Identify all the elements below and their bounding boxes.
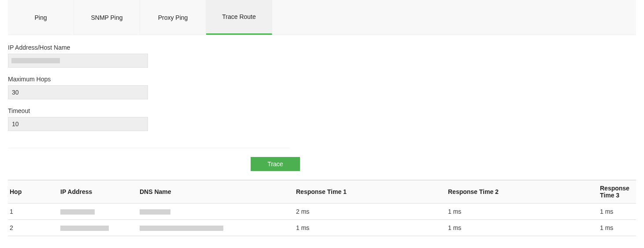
tab-trace-route[interactable]: Trace Route (206, 0, 272, 35)
col-header-ip: IP Address (59, 180, 138, 204)
tab-ping[interactable]: Ping (8, 0, 74, 35)
trace-button[interactable]: Trace (251, 157, 300, 171)
max-hops-input[interactable] (8, 85, 148, 99)
max-hops-label: Maximum Hops (8, 76, 636, 83)
cell-dns (138, 220, 294, 236)
redacted-placeholder (11, 58, 60, 63)
cell-ip (59, 220, 138, 236)
cell-hop: 2 (8, 220, 59, 236)
timeout-input[interactable] (8, 117, 148, 131)
table-row: 2 1 ms 1 ms 1 ms (8, 220, 636, 236)
col-header-rt1: Response Time 1 (294, 180, 446, 204)
trace-form: IP Address/Host Name Maximum Hops Timeou… (0, 35, 644, 143)
tab-bar: Ping SNMP Ping Proxy Ping Trace Route (8, 0, 636, 35)
timeout-label: Timeout (8, 107, 636, 114)
col-header-rt2: Response Time 2 (446, 180, 598, 204)
table-row: 1 2 ms 1 ms 1 ms (8, 204, 636, 220)
col-header-dns: DNS Name (138, 180, 294, 204)
col-header-rt3: Response Time 3 (598, 180, 636, 204)
cell-rt2: 1 ms (446, 204, 598, 220)
cell-dns (138, 204, 294, 220)
col-header-hop: Hop (8, 180, 59, 204)
cell-hop: 1 (8, 204, 59, 220)
cell-rt3: 1 ms (598, 204, 636, 220)
tab-proxy-ping[interactable]: Proxy Ping (140, 0, 206, 35)
ip-address-label: IP Address/Host Name (8, 44, 636, 51)
cell-rt1: 2 ms (294, 204, 446, 220)
tab-snmp-ping[interactable]: SNMP Ping (74, 0, 140, 35)
cell-rt2: 1 ms (446, 220, 598, 236)
cell-ip (59, 204, 138, 220)
results-table: Hop IP Address DNS Name Response Time 1 … (8, 180, 636, 236)
cell-rt3: 1 ms (598, 220, 636, 236)
cell-rt1: 1 ms (294, 220, 446, 236)
